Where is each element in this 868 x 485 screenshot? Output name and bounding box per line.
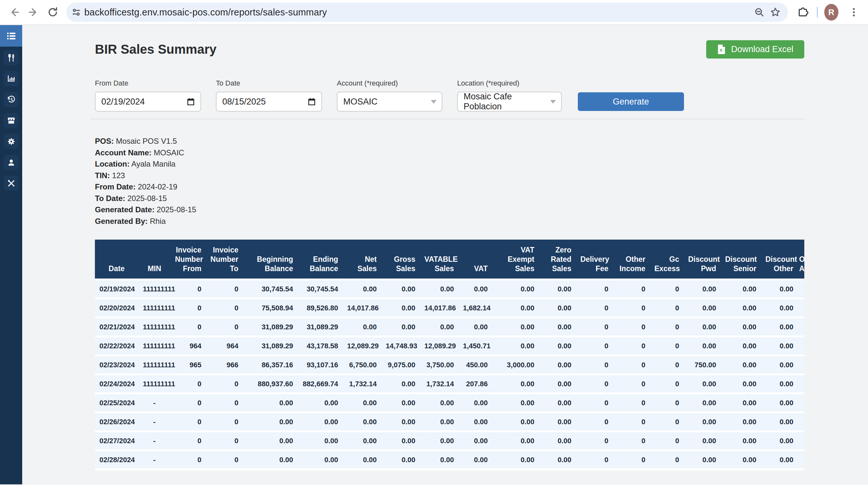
sidebar-item-restaurant[interactable] bbox=[4, 50, 19, 65]
table-cell: 0.00 bbox=[721, 431, 761, 450]
table-cell: 0.00 bbox=[684, 317, 721, 336]
table-cell: 0.00 bbox=[721, 336, 761, 355]
table-cell: 0.00 bbox=[381, 317, 420, 336]
table-cell: 0 bbox=[613, 431, 650, 450]
table-cell: 111111111 bbox=[138, 298, 170, 317]
account-select[interactable]: MOSAIC bbox=[337, 92, 442, 111]
table-row: 02/20/20241111111110075,508.9489,526.801… bbox=[95, 298, 804, 317]
table-cell: 0.00 bbox=[298, 431, 343, 450]
restaurant-utensils-icon bbox=[7, 54, 16, 62]
table-cell: 0 bbox=[170, 280, 206, 298]
sales-summary-table-wrap[interactable]: DateMINInvoice Number FromInvoice Number… bbox=[95, 239, 804, 470]
table-row: 02/26/2024-000.000.000.000.000.000.000.0… bbox=[95, 412, 804, 431]
sidebar-item-users[interactable] bbox=[4, 155, 19, 170]
avatar: R bbox=[824, 4, 838, 21]
table-cell: 0.00 bbox=[298, 393, 343, 412]
table-cell: 0.00 bbox=[243, 412, 298, 431]
table-cell: 0.00 bbox=[761, 298, 798, 317]
table-cell: 0.00 bbox=[539, 280, 576, 298]
user-icon bbox=[7, 158, 16, 167]
table-column-header: VAT bbox=[459, 239, 492, 280]
table-cell: 1,682.14 bbox=[459, 298, 492, 317]
table-cell: 0 bbox=[650, 412, 684, 431]
forward-button[interactable] bbox=[25, 3, 42, 21]
table-cell: 0.00 bbox=[539, 375, 576, 393]
table-cell: 0.00 bbox=[761, 317, 798, 336]
download-excel-label: Download Excel bbox=[731, 44, 793, 54]
table-column-header: Delivery Fee bbox=[576, 239, 613, 280]
bar-chart-icon bbox=[7, 74, 16, 83]
table-cell: 0.00 bbox=[343, 393, 381, 412]
sidebar-item-reports[interactable] bbox=[4, 71, 19, 86]
report-info-line: TIN: 123 bbox=[95, 170, 804, 182]
table-cell: 02/24/2024 bbox=[95, 375, 138, 393]
table-cell: 0.00 bbox=[684, 450, 721, 469]
table-cell: 02/26/2024 bbox=[95, 412, 138, 431]
location-select[interactable]: Mosaic Cafe Poblacion bbox=[457, 92, 562, 111]
table-cell: 0 bbox=[206, 298, 243, 317]
table-row: 02/24/202411111111100880,937.60882,669.7… bbox=[95, 375, 804, 393]
sidebar-item-store[interactable] bbox=[4, 113, 19, 128]
table-cell: 14,748.93 bbox=[381, 336, 420, 355]
table-cell: 0.00 bbox=[761, 412, 798, 431]
table-cell: 966 bbox=[206, 355, 243, 375]
kebab-menu-icon bbox=[848, 7, 859, 18]
table-cell: 0.00 bbox=[721, 412, 761, 431]
browser-menu-button[interactable] bbox=[845, 3, 863, 21]
calendar-icon[interactable] bbox=[186, 97, 195, 106]
table-column-header: Invoice Number To bbox=[206, 239, 243, 280]
table-cell bbox=[798, 298, 804, 317]
reload-button[interactable] bbox=[44, 3, 62, 21]
table-column-header: Other Income bbox=[613, 239, 650, 280]
table-cell: 880,937.60 bbox=[243, 375, 298, 393]
table-cell: 0.00 bbox=[492, 450, 539, 469]
table-cell: 111111111 bbox=[138, 317, 170, 336]
table-cell: 0.00 bbox=[492, 336, 539, 355]
table-cell bbox=[798, 280, 804, 298]
table-column-header: Beginning Balance bbox=[243, 239, 298, 280]
report-info-line: Generated By: Rhia bbox=[95, 216, 804, 227]
site-settings-button[interactable] bbox=[68, 4, 84, 20]
download-excel-button[interactable]: x Download Excel bbox=[706, 40, 804, 59]
back-button[interactable] bbox=[5, 3, 23, 21]
sidebar-item-settings[interactable] bbox=[4, 134, 19, 149]
sidebar-item-tools[interactable] bbox=[4, 175, 19, 191]
table-cell: 0.00 bbox=[721, 393, 761, 412]
table-cell: 0 bbox=[206, 280, 243, 298]
table-cell: 0 bbox=[613, 355, 650, 375]
table-column-header: Date bbox=[95, 239, 138, 280]
to-date-input[interactable]: 08/15/2025 bbox=[216, 92, 322, 111]
generate-button[interactable]: Generate bbox=[578, 92, 684, 111]
table-cell: 111111111 bbox=[138, 375, 170, 393]
table-cell: 0.00 bbox=[420, 450, 459, 469]
table-cell: 0.00 bbox=[761, 431, 798, 450]
table-column-header: O A bbox=[798, 239, 804, 280]
table-cell: 75,508.94 bbox=[243, 298, 298, 317]
table-column-header: MIN bbox=[138, 239, 170, 280]
bookmark-button[interactable] bbox=[767, 4, 783, 20]
report-info-line: Location: Ayala Manila bbox=[95, 158, 804, 170]
url-text[interactable]: backofficestg.env.mosaic-pos.com/reports… bbox=[84, 7, 751, 18]
table-cell: 0.00 bbox=[492, 375, 539, 393]
table-row: 02/21/20241111111110031,089.2931,089.290… bbox=[95, 317, 804, 336]
extensions-button[interactable] bbox=[794, 3, 812, 21]
table-cell: 02/20/2024 bbox=[95, 298, 138, 317]
calendar-icon[interactable] bbox=[307, 97, 316, 106]
table-cell: 0.00 bbox=[721, 375, 761, 393]
table-cell: 14,017.86 bbox=[343, 298, 381, 317]
sidebar-item-menu[interactable] bbox=[0, 25, 22, 46]
table-cell: 31,089.29 bbox=[243, 317, 298, 336]
svg-text:x: x bbox=[720, 47, 722, 53]
forward-icon bbox=[28, 6, 39, 18]
table-cell: 0.00 bbox=[243, 431, 298, 450]
table-cell: 0.00 bbox=[343, 412, 381, 431]
sidebar-item-history[interactable] bbox=[4, 92, 19, 107]
zoom-out-button[interactable] bbox=[751, 4, 767, 20]
from-date-input[interactable]: 02/19/2024 bbox=[95, 92, 201, 111]
table-cell: 0.00 bbox=[761, 355, 798, 375]
toolbar-divider bbox=[817, 7, 818, 18]
table-cell bbox=[798, 317, 804, 336]
table-cell: 0 bbox=[576, 375, 613, 393]
address-bar[interactable]: backofficestg.env.mosaic-pos.com/reports… bbox=[66, 3, 788, 22]
profile-button[interactable]: R bbox=[822, 3, 840, 21]
